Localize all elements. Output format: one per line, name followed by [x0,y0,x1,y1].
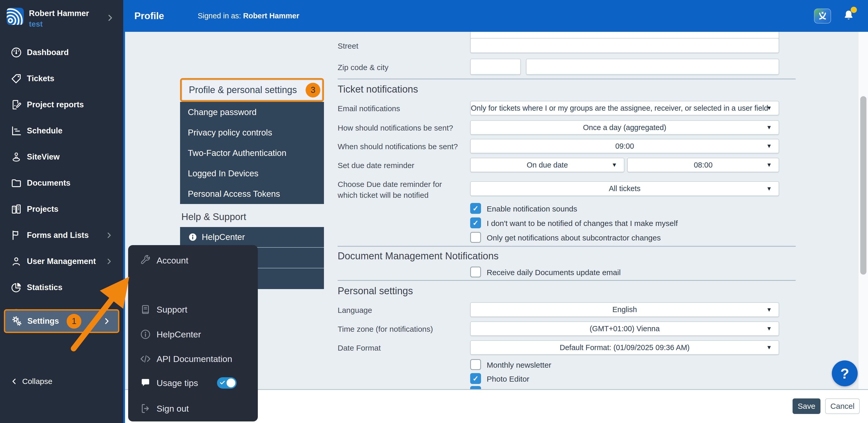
sidebar-item-projects[interactable]: Projects [0,196,123,222]
caret-down-icon: ▼ [766,124,772,131]
topbar: Profile Signed in as: Robert Hammer [123,0,868,32]
chevron-right-icon [105,231,113,239]
sidebar-item-documents[interactable]: Documents [0,170,123,196]
usage-tips-toggle[interactable] [217,377,237,389]
cancel-button[interactable]: Cancel [825,398,860,414]
timezone-label: Time zone (for notifications) [338,325,433,334]
pie-chart-icon [10,282,22,293]
monthly-newsletter-checkbox[interactable] [470,359,481,370]
when-sent-select[interactable]: 09:00 ▼ [470,139,779,153]
zip-input[interactable] [470,59,521,75]
settings-nav-item-tokens[interactable]: Personal Access Tokens [180,184,324,204]
language-value: English [612,305,637,314]
street-input[interactable] [470,38,779,53]
when-sent-label: When should notifications be sent? [338,142,458,151]
choose-due-label: Choose Due date reminder for which ticke… [338,179,462,201]
dateformat-label: Date Format [338,344,381,352]
cutoff-checkbox[interactable] [470,386,481,389]
daily-documents-checkbox[interactable] [470,266,481,277]
menu-item-sign-out[interactable]: Sign out [128,400,258,417]
person-pin-icon [10,151,22,163]
timezone-select[interactable]: (GMT+01:00) Vienna ▼ [470,321,779,336]
photo-editor-label: Photo Editor [487,375,529,384]
help-support-heading: Help & Support [181,212,246,222]
caret-down-icon: ▼ [766,105,772,111]
personal-settings-heading: Personal settings [338,285,413,297]
caret-down-icon: ▼ [766,162,772,168]
settings-nav-item-privacy[interactable]: Privacy policy controls [180,122,324,143]
settings-nav-item-2fa[interactable]: Two-Factor Authentication [180,143,324,163]
settings-nav-item-devices[interactable]: Logged In Devices [180,163,324,184]
sidebar-item-project-reports[interactable]: Project reports [0,91,123,118]
timezone-value: (GMT+01:00) Vienna [590,325,659,333]
sidebar-item-tickets[interactable]: Tickets [0,65,123,91]
menu-item-usage-tips[interactable]: Usage tips [128,375,258,391]
section-divider [338,280,796,281]
save-button[interactable]: Save [793,398,820,414]
email-notifications-select[interactable]: Only for tickets where I or my groups ar… [470,101,779,115]
wrench-icon [140,254,151,266]
menu-item-account[interactable]: Account [128,252,258,269]
zip-city-label: Zip code & city [338,63,389,72]
sidebar-user-name: Robert Hammer [29,9,89,18]
collapse-button[interactable]: Collapse [10,377,53,386]
due-reminder-time-select[interactable]: 08:00 ▼ [627,158,779,172]
settings-nav-active-item[interactable]: Profile & personal settings 3 [180,78,324,102]
info-icon [188,232,197,242]
sidebar-accent-line [123,32,125,423]
caret-down-icon: ▼ [766,325,772,332]
help-button[interactable]: ? [832,361,858,386]
account-switcher[interactable]: Robert Hammer test [0,0,123,36]
user-menu: Account Profile 2 Support HelpCenter API… [128,245,258,421]
email-notifications-value: Only for tickets where I or my groups ar… [466,104,784,112]
app-switcher-button[interactable] [814,8,831,24]
settings-nav-item-change-password[interactable]: Change password [180,102,324,122]
signed-in-text: Signed in as: Robert Hammer [197,11,299,20]
dateformat-select[interactable]: Default Format: (01/09/2025 09:36 AM) ▼ [470,340,779,355]
caret-down-icon: ▼ [766,344,772,351]
settings-nav-active-label: Profile & personal settings [189,85,297,95]
photo-editor-checkbox[interactable]: ✓ [470,373,481,384]
language-select[interactable]: English ▼ [470,302,779,317]
toggle-knob [226,378,235,387]
step-badge-3: 3 [306,83,320,97]
chevron-right-icon [106,13,115,22]
scrollbar-thumb[interactable] [860,96,866,275]
caret-down-icon: ▼ [766,306,772,313]
report-pencil-icon [10,99,22,111]
subcontractor-only-checkbox[interactable] [470,232,481,243]
help-item-helpcenter[interactable]: HelpCenter [180,227,324,248]
sidebar-item-dashboard[interactable]: Dashboard [0,39,123,65]
sidebar-item-user-management[interactable]: User Management [0,248,123,274]
sidebar-item-schedule[interactable]: Schedule [0,118,123,144]
sidebar-item-siteview[interactable]: SiteView [0,144,123,170]
choose-due-select[interactable]: All tickets ▼ [470,181,779,196]
how-sent-select[interactable]: Once a day (aggregated) ▼ [470,120,779,135]
email-notifications-label: Email notifications [338,104,400,113]
sidebar-item-forms-and-lists[interactable]: Forms and Lists [0,222,123,248]
sidebar-item-settings[interactable]: Settings 1 [4,309,119,333]
company-logo-icon [7,8,24,25]
menu-item-api-documentation[interactable]: API Documentation [128,350,258,367]
settings-nav-list: Change password Privacy policy controls … [180,102,324,204]
gauge-icon [10,47,22,58]
city-input[interactable] [526,59,779,75]
notifications-button[interactable] [842,8,857,24]
ticket-notifications-heading: Ticket notifications [338,84,418,95]
gears-icon [11,315,23,327]
menu-item-support[interactable]: Support [128,301,258,318]
dateformat-value: Default Format: (01/09/2025 09:36 AM) [560,343,690,352]
sidebar-item-statistics[interactable]: Statistics [0,274,123,301]
caret-down-icon: ▼ [766,186,772,192]
menu-item-helpcenter[interactable]: HelpCenter [128,326,258,343]
choose-due-value: All tickets [609,185,641,193]
code-icon [140,353,151,365]
due-reminder-type-value: On due date [527,161,568,169]
street-label: Street [338,41,358,50]
info-circle-icon [140,328,151,340]
due-reminder-type-select[interactable]: On due date ▼ [470,158,624,172]
caret-down-icon: ▼ [612,162,617,168]
no-self-notify-checkbox[interactable]: ✓ [470,218,481,228]
book-icon [140,304,151,315]
notification-sounds-checkbox[interactable]: ✓ [470,203,481,214]
